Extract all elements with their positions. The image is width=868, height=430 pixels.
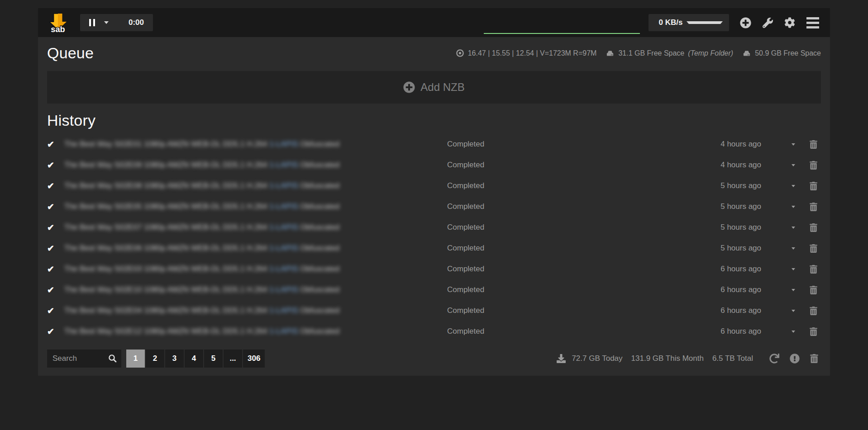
status-label: Completed	[447, 140, 693, 149]
trash-icon[interactable]	[810, 140, 817, 149]
hamburger-menu-icon[interactable]	[806, 17, 819, 28]
search-icon[interactable]	[108, 354, 117, 363]
speed-limit-button[interactable]: 0 KB/s	[649, 14, 729, 31]
speed-dropdown-caret-icon	[687, 21, 723, 24]
trash-icon[interactable]	[810, 182, 817, 190]
check-icon: ✔	[47, 181, 64, 191]
queue-stats-text: 16.47 | 15.55 | 12.54 | V=1723M R=97M	[468, 49, 597, 57]
trash-icon[interactable]	[810, 327, 817, 336]
main-panel: Queue 16.47 | 15.55 | 12.54 | V=1723M R=…	[38, 37, 830, 376]
add-nzb-icon[interactable]	[740, 17, 751, 28]
trash-icon[interactable]	[810, 203, 817, 211]
pause-button[interactable]	[89, 19, 95, 26]
wrench-icon[interactable]	[763, 18, 773, 28]
add-nzb-dropzone[interactable]: Add NZB	[47, 71, 821, 104]
purge-history-trash-icon[interactable]	[810, 354, 818, 363]
history-list: ✔ The Best Way S02E01 1080p AMZN WEB-DL …	[47, 134, 821, 342]
status-label: Completed	[447, 223, 693, 232]
row-dropdown-caret-icon[interactable]	[792, 331, 795, 333]
page-button-306[interactable]: 306	[243, 350, 265, 368]
row-dropdown-caret-icon[interactable]	[792, 247, 795, 250]
history-row[interactable]: ✔ The Best Way S02E05 1080p AMZN WEB-DL …	[47, 196, 821, 217]
check-icon: ✔	[47, 243, 64, 254]
speed-sparkline-chart	[484, 11, 640, 34]
row-dropdown-caret-icon[interactable]	[792, 143, 795, 146]
history-row-name-blurred[interactable]: The Best Way S02E01 1080p AMZN WEB-DL DD…	[64, 140, 447, 149]
history-footer-bar: 1 2 3 4 5 ... 306 72.7 GB Today 131.9 GB…	[47, 350, 821, 368]
stats-month: 131.9 GB This Month	[631, 354, 704, 363]
temp-folder-label: (Temp Folder)	[688, 49, 733, 57]
settings-gear-icon[interactable]	[784, 17, 795, 28]
row-dropdown-caret-icon[interactable]	[792, 268, 795, 270]
history-row[interactable]: ✔ The Best Way S02E01 1080p AMZN WEB-DL …	[47, 134, 821, 155]
row-dropdown-caret-icon[interactable]	[792, 206, 795, 208]
page-button-1[interactable]: 1	[126, 350, 145, 368]
page-button-4[interactable]: 4	[185, 350, 203, 368]
queue-server-stats: 16.47 | 15.55 | 12.54 | V=1723M R=97M	[456, 49, 597, 57]
trash-icon[interactable]	[810, 286, 817, 294]
add-nzb-label: Add NZB	[420, 81, 464, 94]
refresh-icon[interactable]	[769, 354, 779, 364]
trash-icon[interactable]	[810, 223, 817, 232]
stats-today: 72.7 GB Today	[572, 354, 622, 363]
disk-free-text: 50.9 GB Free Space	[755, 49, 821, 57]
history-row[interactable]: ✔ The Best Way S02E04 1080p AMZN WEB-DL …	[47, 300, 821, 321]
check-icon: ✔	[47, 160, 64, 170]
trash-icon[interactable]	[810, 161, 817, 170]
trash-icon[interactable]	[810, 265, 817, 274]
page-button-2[interactable]: 2	[146, 350, 164, 368]
hdd-icon	[606, 49, 615, 58]
status-label: Completed	[447, 161, 693, 170]
stats-total: 6.5 TB Total	[712, 354, 753, 363]
status-label: Completed	[447, 265, 693, 274]
history-row[interactable]: ✔ The Best Way S02E06 1080p AMZN WEB-DL …	[47, 238, 821, 259]
age-label: 4 hours ago	[693, 161, 761, 170]
age-label: 6 hours ago	[693, 285, 761, 294]
history-row-name-blurred[interactable]: The Best Way S02E06 1080p AMZN WEB-DL DD…	[64, 244, 447, 253]
row-dropdown-caret-icon[interactable]	[792, 185, 795, 187]
age-label: 5 hours ago	[693, 244, 761, 253]
status-label: Completed	[447, 306, 693, 315]
search-box[interactable]	[47, 350, 121, 368]
pause-dropdown-caret-icon[interactable]	[104, 21, 109, 24]
row-dropdown-caret-icon[interactable]	[792, 227, 795, 229]
temp-free-text: 31.1 GB Free Space	[618, 49, 684, 57]
status-label: Completed	[447, 285, 693, 294]
check-icon: ✔	[47, 326, 64, 337]
history-row[interactable]: ✔ The Best Way S02E12 1080p AMZN WEB-DL …	[47, 321, 821, 342]
age-label: 6 hours ago	[693, 327, 761, 336]
page-button-3[interactable]: 3	[165, 350, 184, 368]
top-navbar: sab 0:00 0 KB/s	[38, 8, 830, 37]
history-row[interactable]: ✔ The Best Way S02E08 1080p AMZN WEB-DL …	[47, 175, 821, 196]
history-row[interactable]: ✔ The Best Way S02E10 1080p AMZN WEB-DL …	[47, 279, 821, 300]
row-dropdown-caret-icon[interactable]	[792, 289, 795, 291]
sabnzbd-logo[interactable]: sab	[48, 12, 68, 33]
check-icon: ✔	[47, 139, 64, 150]
history-row-name-blurred[interactable]: The Best Way S02E12 1080p AMZN WEB-DL DD…	[64, 327, 447, 336]
age-label: 6 hours ago	[693, 306, 761, 315]
trash-icon[interactable]	[810, 307, 817, 315]
history-row-name-blurred[interactable]: The Best Way S02E04 1080p AMZN WEB-DL DD…	[64, 306, 447, 315]
status-label: Completed	[447, 327, 693, 336]
page-button-ellipsis[interactable]: ...	[224, 350, 242, 368]
speed-value: 0 KB/s	[655, 18, 687, 27]
history-row[interactable]: ✔ The Best Way S02E07 1080p AMZN WEB-DL …	[47, 217, 821, 238]
servers-target-icon	[456, 49, 464, 57]
row-dropdown-caret-icon[interactable]	[792, 310, 795, 312]
status-label: Completed	[447, 244, 693, 253]
history-row-name-blurred[interactable]: The Best Way S02E08 1080p AMZN WEB-DL DD…	[64, 181, 447, 190]
pagination: 1 2 3 4 5 ... 306	[126, 350, 265, 368]
history-row-name-blurred[interactable]: The Best Way S02E07 1080p AMZN WEB-DL DD…	[64, 223, 447, 232]
disk-free-space: 50.9 GB Free Space	[742, 49, 821, 58]
row-dropdown-caret-icon[interactable]	[792, 164, 795, 166]
page-button-5[interactable]: 5	[204, 350, 223, 368]
history-row-name-blurred[interactable]: The Best Way S02E05 1080p AMZN WEB-DL DD…	[64, 202, 447, 211]
history-row[interactable]: ✔ The Best Way S02E09 1080p AMZN WEB-DL …	[47, 155, 821, 175]
history-row-name-blurred[interactable]: The Best Way S02E10 1080p AMZN WEB-DL DD…	[64, 285, 447, 294]
info-exclamation-icon[interactable]	[790, 354, 800, 364]
history-row[interactable]: ✔ The Best Way S02E03 1080p AMZN WEB-DL …	[47, 259, 821, 279]
history-row-name-blurred[interactable]: The Best Way S02E03 1080p AMZN WEB-DL DD…	[64, 265, 447, 274]
age-label: 5 hours ago	[693, 202, 761, 211]
trash-icon[interactable]	[810, 244, 817, 253]
history-row-name-blurred[interactable]: The Best Way S02E09 1080p AMZN WEB-DL DD…	[64, 161, 447, 170]
